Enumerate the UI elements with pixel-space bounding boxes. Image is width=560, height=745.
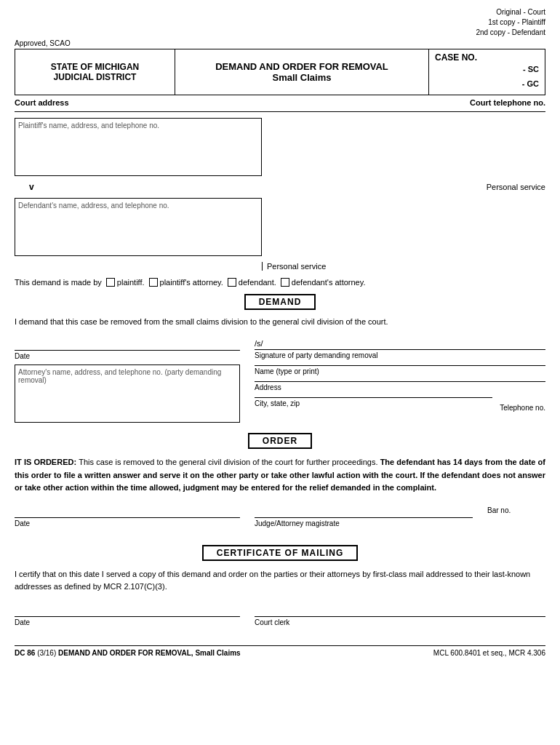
order-header: ORDER bbox=[15, 433, 545, 449]
approved-label: Approved, SCAO bbox=[15, 39, 545, 47]
footer-date-code: (3/16) bbox=[35, 649, 58, 657]
copy-line-3: 2nd copy - Defendant bbox=[476, 28, 545, 36]
address-row: Address bbox=[255, 381, 545, 391]
copy-info: Original - Court 1st copy - Plaintiff 2n… bbox=[15, 7, 545, 38]
city-line bbox=[255, 397, 492, 398]
order-text: IT IS ORDERED: This case is removed to t… bbox=[15, 456, 545, 495]
court-name: STATE OF MICHIGAN JUDICIAL DISTRICT bbox=[15, 49, 175, 95]
telephone-label: Telephone no. bbox=[500, 404, 545, 412]
demand-made-label: This demand is made by bbox=[15, 278, 102, 287]
header-table: STATE OF MICHIGAN JUDICIAL DISTRICT DEMA… bbox=[15, 49, 545, 95]
name-label: Name (type or print) bbox=[255, 367, 545, 375]
copy-line-1: Original - Court bbox=[496, 8, 545, 16]
name-line bbox=[255, 365, 545, 366]
sig-left-col: Date Attorney's name, address, and telep… bbox=[15, 339, 240, 423]
cert-title: CERTIFICATE OF MAILING bbox=[202, 545, 358, 561]
cert-clerk-col: Court clerk bbox=[255, 605, 545, 631]
order-date-col: Date bbox=[15, 506, 240, 532]
judge-label: Judge/Attorney magistrate bbox=[255, 519, 473, 527]
demand-text: I demand that this case be removed from … bbox=[15, 316, 545, 328]
signature-section: Date Attorney's name, address, and telep… bbox=[15, 339, 545, 423]
plaintiffs-attorney-checkbox-item: plaintiff's attorney. bbox=[149, 278, 223, 287]
court-phone-label: Court telephone no. bbox=[470, 98, 545, 107]
cert-date-col: Date bbox=[15, 605, 240, 631]
cert-header: CERTIFICATE OF MAILING bbox=[15, 545, 545, 561]
defendant-checkbox-item: defendant. bbox=[228, 278, 276, 287]
court-address-row: Court address Court telephone no. bbox=[15, 98, 545, 107]
attorney-box[interactable]: Attorney's name, address, and telephone … bbox=[15, 364, 240, 423]
slash-s: /s/ bbox=[255, 339, 545, 348]
sc-label: - SC bbox=[435, 63, 539, 77]
demand-header: DEMAND bbox=[15, 294, 545, 310]
plaintiff-label: plaintiff. bbox=[117, 278, 145, 287]
cert-clerk-line bbox=[255, 605, 545, 617]
defendant-personal-service-row: Personal service bbox=[15, 262, 545, 271]
plaintiff-section: Plaintiff's name, address, and telephone… bbox=[15, 118, 545, 176]
defendant-checkbox[interactable] bbox=[228, 278, 236, 287]
plaintiff-checkbox-item: plaintiff. bbox=[106, 278, 145, 287]
court-address-label: Court address bbox=[15, 98, 69, 107]
plaintiffs-attorney-checkbox[interactable] bbox=[149, 278, 158, 287]
footer-dc86: DC 86 bbox=[15, 649, 35, 657]
slash-s-row: /s/ Signature of party demanding removal bbox=[255, 339, 545, 359]
cert-date-label: Date bbox=[15, 618, 240, 626]
cert-text: I certify that on this date I served a c… bbox=[15, 568, 545, 594]
vs-label: v bbox=[29, 182, 34, 192]
defendants-attorney-label: defendant's attorney. bbox=[292, 278, 366, 287]
sig-right-col: /s/ Signature of party demanding removal… bbox=[255, 339, 545, 423]
barno-col: Bar no. bbox=[487, 506, 545, 532]
address-line bbox=[255, 381, 545, 382]
vs-row: v Personal service bbox=[15, 182, 545, 192]
defendant-personal-service: Personal service bbox=[262, 262, 326, 271]
cert-clerk-label: Court clerk bbox=[255, 618, 545, 626]
footer-left: DC 86 (3/16) DEMAND AND ORDER FOR REMOVA… bbox=[15, 649, 241, 657]
cert-date-line bbox=[15, 605, 240, 617]
plaintiff-personal-service: Personal service bbox=[487, 183, 545, 191]
it-is-ordered: IT IS ORDERED: bbox=[15, 458, 79, 466]
city-label: City, state, zip bbox=[255, 399, 492, 407]
defendant-label: defendant. bbox=[239, 278, 276, 287]
plaintiff-checkbox[interactable] bbox=[106, 278, 115, 287]
defendants-attorney-checkbox[interactable] bbox=[281, 278, 289, 287]
order-text-2: This case is removed to the general civi… bbox=[79, 458, 380, 466]
cert-sig-row: Date Court clerk bbox=[15, 605, 545, 631]
date-line bbox=[15, 339, 240, 351]
date-label: Date bbox=[15, 352, 240, 360]
footer-form-name: DEMAND AND ORDER FOR REMOVAL, Small Clai… bbox=[58, 649, 241, 657]
city-wrapper: City, state, zip bbox=[255, 397, 492, 412]
judge-right-col: Judge/Attorney magistrate Bar no. bbox=[255, 506, 545, 532]
address-label: Address bbox=[255, 383, 545, 391]
city-row: City, state, zip Telephone no. bbox=[255, 397, 545, 412]
defendant-box[interactable]: Defendant's name, address, and telephone… bbox=[15, 198, 262, 256]
form-title: DEMAND AND ORDER FOR REMOVAL Small Claim… bbox=[175, 49, 429, 95]
demand-made-row: This demand is made by plaintiff. plaint… bbox=[15, 278, 545, 287]
defendant-section: Defendant's name, address, and telephone… bbox=[15, 198, 545, 256]
order-date-label: Date bbox=[15, 519, 240, 527]
order-title: ORDER bbox=[248, 433, 312, 449]
judge-line bbox=[255, 506, 473, 518]
name-row: Name (type or print) bbox=[255, 365, 545, 375]
judge-row: Date Judge/Attorney magistrate Bar no. bbox=[15, 506, 545, 532]
case-no-section: CASE NO. - SC - GC bbox=[429, 49, 545, 95]
footer: DC 86 (3/16) DEMAND AND ORDER FOR REMOVA… bbox=[15, 645, 545, 657]
footer-right: MCL 600.8401 et seq., MCR 4.306 bbox=[433, 649, 545, 657]
plaintiff-box[interactable]: Plaintiff's name, address, and telephone… bbox=[15, 118, 262, 176]
plaintiffs-attorney-label: plaintiff's attorney. bbox=[160, 278, 223, 287]
judge-sig: Judge/Attorney magistrate bbox=[255, 506, 473, 532]
demand-title: DEMAND bbox=[244, 294, 316, 310]
signature-line bbox=[255, 349, 545, 350]
sig-label: Signature of party demanding removal bbox=[255, 351, 545, 359]
city-tel-row: City, state, zip Telephone no. bbox=[255, 397, 545, 412]
defendants-attorney-checkbox-item: defendant's attorney. bbox=[281, 278, 366, 287]
gc-label: - GC bbox=[435, 77, 539, 92]
copy-line-2: 1st copy - Plaintiff bbox=[488, 18, 545, 26]
barno-label: Bar no. bbox=[487, 506, 545, 514]
order-date-line bbox=[15, 506, 240, 518]
